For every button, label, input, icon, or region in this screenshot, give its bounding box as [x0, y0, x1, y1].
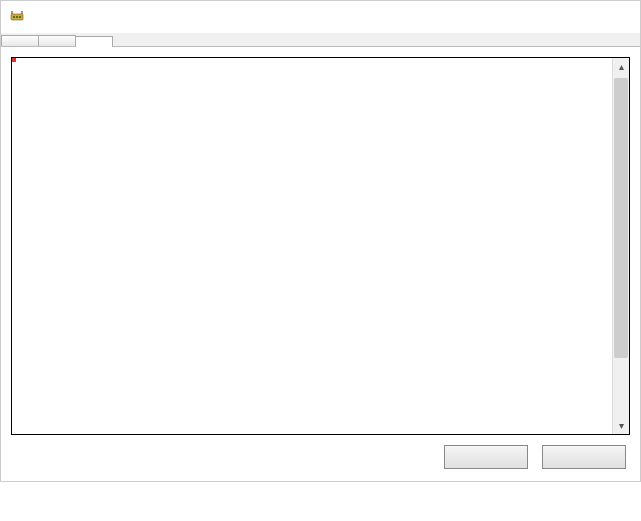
- terminal-container: ▴ ▾: [11, 57, 630, 435]
- minimize-button[interactable]: [498, 1, 544, 33]
- scroll-down-icon[interactable]: ▾: [613, 417, 629, 434]
- content-area: ▴ ▾: [1, 47, 640, 481]
- tab-cli[interactable]: [75, 36, 113, 47]
- svg-rect-1: [13, 16, 15, 18]
- maximize-button[interactable]: [544, 1, 590, 33]
- router-icon: [9, 9, 25, 25]
- button-row: [5, 441, 636, 477]
- svg-rect-2: [16, 16, 18, 18]
- scrollbar[interactable]: ▴ ▾: [612, 58, 629, 434]
- titlebar[interactable]: [1, 1, 640, 33]
- scroll-thumb[interactable]: [614, 78, 628, 358]
- paste-button[interactable]: [542, 445, 626, 469]
- app-window: ▴ ▾: [0, 0, 641, 482]
- close-button[interactable]: [590, 1, 636, 33]
- tab-config[interactable]: [38, 35, 76, 46]
- copy-button[interactable]: [444, 445, 528, 469]
- terminal-output[interactable]: [12, 58, 612, 434]
- scroll-up-icon[interactable]: ▴: [613, 58, 629, 75]
- tab-bar: [1, 33, 640, 47]
- tab-physical[interactable]: [1, 35, 39, 46]
- svg-rect-3: [19, 16, 21, 18]
